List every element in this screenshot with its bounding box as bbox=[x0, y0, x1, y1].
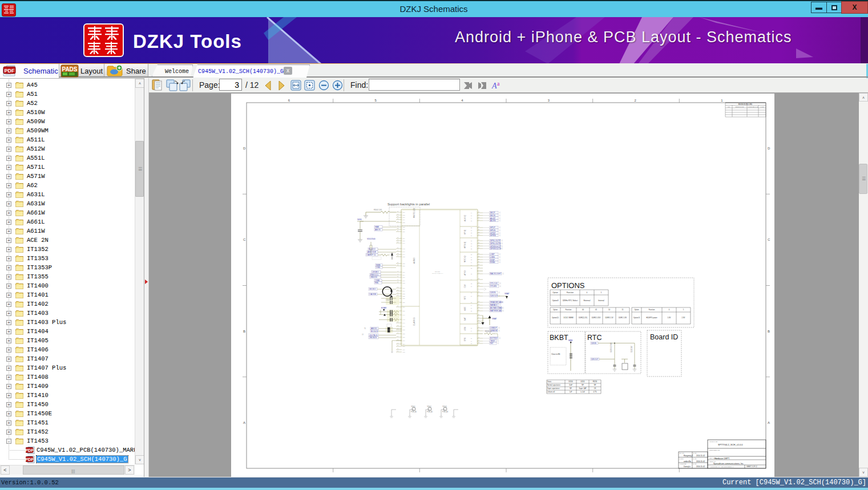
svg-text:LEGEO: LEGEO bbox=[372, 271, 379, 273]
svg-text:MBB: MBB bbox=[568, 339, 573, 342]
svg-text:1.8V: 1.8V bbox=[668, 317, 671, 319]
svg-text:Normal capacitance: Normal capacitance bbox=[547, 384, 560, 386]
svg-text:VDD2500: VDD2500 bbox=[367, 238, 376, 240]
svg-text:11: 11 bbox=[622, 309, 624, 311]
svg-text:01: 01 bbox=[595, 309, 597, 311]
svg-text:WHITE LED: WHITE LED bbox=[413, 208, 415, 218]
svg-text:PROPRIETARY AND CONFIDENTIAL: PROPRIETARY AND CONFIDENTIAL bbox=[710, 466, 734, 468]
svg-text:C: C bbox=[499, 214, 500, 217]
svg-text:NF: NF bbox=[582, 384, 584, 386]
svg-text:JMUOD: JMUOD bbox=[370, 276, 378, 278]
svg-text:B: B bbox=[243, 330, 245, 333]
svg-text:TP302: TP302 bbox=[427, 406, 431, 408]
svg-text:Super CAP: Super CAP bbox=[579, 387, 587, 390]
svg-text:C: C bbox=[498, 340, 499, 342]
svg-text:C: C bbox=[499, 337, 500, 339]
svg-text:SHEET 3 OF 12: SHEET 3 OF 12 bbox=[746, 465, 757, 468]
svg-text:0: 0 bbox=[587, 291, 588, 294]
svg-text:DESCRIPTION: DESCRIPTION bbox=[736, 106, 744, 107]
svg-text:SPKROUTN: SPKROUTN bbox=[490, 248, 501, 250]
svg-text:Option4,5: Option4,5 bbox=[552, 317, 559, 319]
svg-text:Status: Status bbox=[547, 380, 552, 383]
svg-text:C: C bbox=[499, 261, 500, 264]
svg-text:NF: NF bbox=[570, 387, 572, 390]
svg-text:DATE: DATE bbox=[693, 452, 697, 453]
svg-text:APPROVED: APPROVED bbox=[680, 463, 687, 464]
svg-text:C: C bbox=[498, 342, 499, 345]
svg-text:APPROVED DATE: APPROVED DATE bbox=[748, 106, 758, 107]
svg-text:RBL: RBL bbox=[375, 282, 379, 284]
svg-text:BAT: BAT bbox=[464, 317, 466, 321]
svg-text:2014-11-02: 2014-11-02 bbox=[696, 465, 705, 468]
svg-text:USBDP: USBDP bbox=[490, 327, 497, 329]
svg-text:Option: Option bbox=[552, 291, 558, 294]
svg-text:Super capacitance: Super capacitance bbox=[547, 387, 560, 390]
svg-text:RTC: RTC bbox=[464, 295, 466, 299]
svg-text:PGB_A2: PGB_A2 bbox=[427, 411, 433, 413]
svg-text:ADC: ADC bbox=[464, 306, 466, 310]
svg-text:HAB: HAB bbox=[375, 226, 380, 228]
svg-text:DRAWN: DRAWN bbox=[680, 452, 685, 453]
svg-text:C: C bbox=[499, 259, 500, 261]
svg-text:DATE: DATE bbox=[693, 458, 697, 459]
svg-text:AP IO: AP IO bbox=[464, 270, 466, 276]
svg-text:Hardware DEPT.: Hardware DEPT. bbox=[714, 457, 730, 460]
svg-text:WTR IQ: WTR IQ bbox=[464, 241, 466, 248]
svg-text:Spreadtrum communications, Inc: Spreadtrum communications, Inc. bbox=[713, 463, 744, 465]
svg-text:C: C bbox=[503, 307, 504, 309]
svg-text:Lithium cell: Lithium cell bbox=[547, 391, 555, 393]
svg-text:Option3: Option3 bbox=[552, 299, 558, 302]
svg-text:a: a bbox=[497, 80, 500, 87]
svg-text:HPRN: HPRN bbox=[490, 234, 496, 237]
svg-text:DATE: DATE bbox=[693, 463, 697, 464]
svg-text:B: B bbox=[768, 330, 770, 333]
svg-text:QFN-88 40*TBGA/0.4: QFN-88 40*TBGA/0.4 bbox=[432, 273, 443, 274]
svg-text:INT: INT bbox=[490, 342, 493, 345]
svg-text:Option: Option bbox=[553, 309, 558, 311]
svg-text:PADS: PADS bbox=[62, 66, 77, 72]
svg-text:DATE: DATE bbox=[761, 106, 764, 107]
svg-text:1: 1 bbox=[601, 291, 602, 294]
svg-text:3096: 3096 bbox=[357, 218, 362, 221]
svg-text:Function: Function bbox=[566, 309, 572, 311]
svg-text:Rongming.Z: Rongming.Z bbox=[684, 455, 693, 457]
svg-text:HDDR?0 power: HDDR?0 power bbox=[646, 317, 657, 319]
svg-text:PGB_A3: PGB_A3 bbox=[442, 411, 449, 413]
svg-text:C: C bbox=[499, 234, 500, 237]
svg-text:32KOUT: 32KOUT bbox=[591, 358, 598, 361]
svg-text:1uF: 1uF bbox=[570, 391, 572, 393]
svg-text:RTC: RTC bbox=[587, 334, 601, 342]
svg-text:DDR3 1.35V: DDR3 1.35V bbox=[592, 317, 601, 319]
svg-text:PDF: PDF bbox=[26, 448, 34, 453]
svg-text:C: C bbox=[499, 226, 500, 229]
svg-text:TITLE NAME: TITLE NAME bbox=[709, 441, 717, 443]
svg-text:4.7%: 4.7% bbox=[594, 391, 597, 393]
svg-text:andersNa: andersNa bbox=[684, 460, 691, 463]
svg-text:Function: Function bbox=[649, 309, 655, 311]
svg-text:SYS: SYS bbox=[464, 338, 466, 341]
svg-text:C: C bbox=[499, 295, 500, 297]
svg-text:OPTIONS: OPTIONS bbox=[551, 281, 585, 290]
svg-text:TP301: TP301 bbox=[411, 406, 415, 408]
svg-text:Close to B6: Close to B6 bbox=[551, 353, 560, 355]
svg-text:JMLBLN: JMLBLN bbox=[369, 337, 377, 339]
svg-text:C3021: C3021 bbox=[386, 299, 390, 301]
svg-text:AUX IQ: AUX IQ bbox=[464, 215, 466, 221]
svg-text:BATADC: BATADC bbox=[490, 304, 498, 306]
svg-text:Support backlights in parallel: Support backlights in parallel bbox=[387, 203, 430, 206]
svg-text:3KOKO: 3KOKO bbox=[369, 288, 376, 290]
svg-text:32KIN: 32KIN bbox=[490, 291, 496, 294]
svg-text:C: C bbox=[499, 212, 500, 214]
svg-text:DannyLu: DannyLu bbox=[684, 465, 691, 468]
svg-text:C: C bbox=[499, 291, 500, 294]
svg-text:10uF: 10uF bbox=[569, 384, 572, 386]
svg-text:C: C bbox=[503, 273, 504, 275]
svg-text:HEADMICADC: HEADMICADC bbox=[490, 301, 503, 303]
svg-text:XTLEN: XTLEN bbox=[490, 285, 496, 287]
svg-text:KLDOO: KLDOO bbox=[369, 248, 376, 250]
svg-text:AUXN: AUXN bbox=[490, 220, 496, 222]
svg-text:C: C bbox=[500, 285, 501, 287]
svg-text:2014-11-02: 2014-11-02 bbox=[696, 460, 705, 463]
svg-text:DDR1 1.8V: DDR1 1.8V bbox=[619, 317, 627, 319]
svg-text:DDR3 1.5V: DDR3 1.5V bbox=[605, 317, 613, 319]
